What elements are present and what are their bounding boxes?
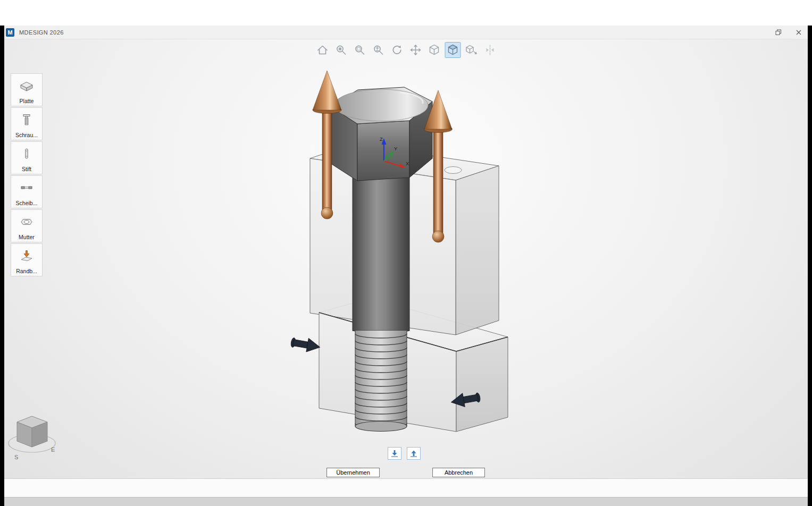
x-axis-label: X bbox=[406, 161, 409, 166]
apply-button[interactable]: Übernehmen bbox=[327, 468, 380, 477]
sidebar-item-stift[interactable]: Stift bbox=[11, 141, 43, 174]
view-cube-shaded-button[interactable] bbox=[445, 42, 461, 58]
move-up-icon bbox=[409, 449, 418, 458]
zoom-extents-button[interactable] bbox=[333, 42, 349, 58]
view-cube-wireframe-icon bbox=[427, 43, 441, 57]
window-title: MDESIGN 2026 bbox=[19, 29, 64, 36]
view-cube-arrow-button[interactable] bbox=[463, 42, 479, 58]
sidebar-item-randbedingung[interactable]: Randb... bbox=[11, 243, 43, 276]
pan-button[interactable] bbox=[407, 42, 423, 58]
view-cube-wireframe-button[interactable] bbox=[426, 42, 442, 58]
home-icon bbox=[315, 43, 329, 57]
component-sidebar: Platte Schrau... bbox=[11, 73, 43, 276]
pin-icon bbox=[19, 142, 35, 166]
zoom-in-out-button[interactable] bbox=[370, 42, 386, 58]
screw-icon bbox=[19, 108, 35, 132]
bottom-status-strip bbox=[4, 497, 808, 506]
section-view-icon bbox=[483, 43, 497, 57]
window-controls bbox=[775, 29, 808, 36]
sidebar-item-label: Platte bbox=[20, 98, 34, 104]
bolt-head[interactable] bbox=[330, 87, 432, 181]
restore-window-button[interactable] bbox=[775, 29, 782, 36]
move-down-icon bbox=[390, 449, 399, 458]
close-window-icon bbox=[796, 29, 802, 36]
sidebar-item-scheibe[interactable]: Scheib... bbox=[11, 175, 43, 208]
sidebar-item-label: Randb... bbox=[16, 268, 37, 274]
cancel-button[interactable]: Abbrechen bbox=[432, 468, 485, 477]
washer-icon bbox=[19, 176, 35, 200]
pan-icon bbox=[408, 43, 422, 57]
boundary-condition-icon bbox=[19, 244, 35, 268]
sidebar-item-label: Scheib... bbox=[16, 200, 38, 206]
app-logo: M bbox=[6, 28, 14, 37]
compass-east-label[interactable]: E bbox=[51, 446, 55, 453]
top-white-strip bbox=[0, 0, 812, 26]
support-arrow-left[interactable] bbox=[290, 335, 321, 354]
bolt-shaft[interactable] bbox=[353, 172, 409, 334]
zoom-extents-icon bbox=[334, 43, 348, 57]
plate-icon bbox=[19, 74, 35, 98]
view-navigation-cube[interactable]: S E bbox=[9, 416, 55, 460]
zoom-window-icon bbox=[353, 43, 366, 57]
bolt-threads[interactable] bbox=[355, 331, 407, 432]
sidebar-item-label: Schrau... bbox=[15, 132, 38, 138]
orbit-rotate-icon bbox=[390, 43, 404, 57]
compass-south-label[interactable]: S bbox=[14, 454, 18, 460]
view-cube-shaded-icon bbox=[446, 43, 459, 57]
close-window-button[interactable] bbox=[795, 29, 802, 36]
orbit-rotate-button[interactable] bbox=[389, 42, 405, 58]
title-bar: M MDESIGN 2026 bbox=[4, 26, 808, 39]
sidebar-item-mutter[interactable]: Mutter bbox=[11, 209, 43, 242]
plate-hole-edge bbox=[445, 167, 462, 174]
app-window: M MDESIGN 2026 bbox=[4, 26, 808, 506]
lower-separator-band bbox=[4, 478, 808, 497]
home-view-button[interactable] bbox=[314, 42, 330, 58]
3d-viewport[interactable]: Z X Y bbox=[4, 39, 808, 478]
sidebar-item-label: Stift bbox=[22, 166, 31, 172]
nut-icon bbox=[19, 210, 35, 234]
section-view-button[interactable] bbox=[482, 42, 498, 58]
viewport-area: Z X Y bbox=[4, 39, 808, 478]
screenshot-root: { "window": { "title": "MDESIGN 2026", "… bbox=[0, 0, 812, 506]
zoom-window-button[interactable] bbox=[351, 42, 367, 58]
view-toolbar bbox=[314, 42, 498, 58]
y-axis-label: Y bbox=[394, 146, 398, 151]
zoom-in-out-icon bbox=[371, 43, 385, 57]
move-up-button[interactable] bbox=[407, 447, 421, 460]
sidebar-item-label: Mutter bbox=[19, 234, 35, 240]
view-cube-arrow-icon bbox=[464, 43, 478, 57]
z-axis-label: Z bbox=[380, 136, 383, 142]
move-down-button[interactable] bbox=[388, 447, 401, 460]
sidebar-item-schraube[interactable]: Schrau... bbox=[11, 107, 43, 140]
restore-window-icon bbox=[775, 29, 782, 36]
sidebar-item-platte[interactable]: Platte bbox=[11, 73, 43, 106]
